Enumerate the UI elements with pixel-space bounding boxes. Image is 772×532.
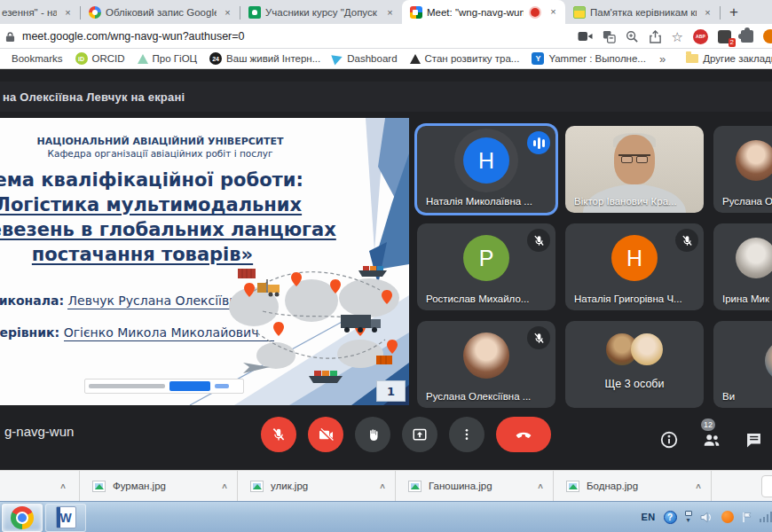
badge-24-icon: 24 <box>209 52 222 65</box>
participant-tile-you[interactable]: Ви <box>713 321 772 408</box>
meeting-info-controls: 12 <box>659 430 763 450</box>
address-bar: meet.google.com/wng-navg-wun?authuser=0 … <box>0 24 772 49</box>
slide-title-line: Тема кваліфікаційної роботи: <box>0 169 335 191</box>
chevron-up-icon[interactable]: ∧ <box>537 481 544 490</box>
participant-name: Руслана О <box>722 196 772 207</box>
bookmark-orcid[interactable]: iD ORCID <box>69 52 131 65</box>
participant-tile-rostyslav[interactable]: Р Ростислав Михайло... <box>417 223 555 310</box>
bookmark-internet[interactable]: 24 Ваш живий Інтерн... <box>203 52 327 65</box>
bookmark-label: Ваш живий Інтерн... <box>226 53 320 64</box>
hidden-icons-button[interactable]: ▾ <box>685 511 692 523</box>
network-signal-icon[interactable] <box>760 512 772 522</box>
bookmark-giots[interactable]: Про ГіОЦ <box>131 53 204 64</box>
chevron-up-icon[interactable]: ∧ <box>221 481 228 490</box>
tab-close-icon[interactable]: × <box>383 6 397 20</box>
new-tab-button[interactable]: + <box>721 1 747 24</box>
bookmark-bookmarks[interactable]: Bookmarks <box>5 53 69 64</box>
chevron-up-icon[interactable]: ∧ <box>59 481 67 490</box>
antivirus-icon[interactable] <box>721 511 734 523</box>
notification-link-stub[interactable] <box>215 384 229 388</box>
translate-icon[interactable] <box>603 30 616 43</box>
participant-name: Наталія Миколаївна ... <box>426 196 532 207</box>
bookmark-dashboard[interactable]: Dashboard <box>327 53 403 64</box>
download-item[interactable]: улик.jpg ∧ <box>238 471 396 501</box>
participant-tile-ruslana[interactable]: Руслана Олексіївна ... <box>417 321 555 408</box>
bookmarks-overflow-chevron[interactable]: » <box>652 52 673 66</box>
bookmark-label: Bookmarks <box>12 53 63 64</box>
participant-grid: Н Наталія Миколаївна ... Віктор Іванович… <box>417 126 772 419</box>
participant-tile-viktor[interactable]: Віктор Іванович Кра... <box>565 126 704 213</box>
flag-icon[interactable] <box>742 512 752 523</box>
notification-allow-button[interactable] <box>169 381 210 391</box>
triangle-icon <box>138 54 148 64</box>
tab-close-icon[interactable]: × <box>61 6 75 20</box>
mic-off-button[interactable] <box>261 417 296 452</box>
taskbar-chrome-button[interactable] <box>2 504 43 532</box>
bookmark-stan[interactable]: Стан розвитку тра... <box>404 53 526 64</box>
avatar-photo <box>631 333 663 365</box>
tab-close-icon[interactable]: × <box>547 5 560 19</box>
url-text[interactable]: meet.google.com/wng-navg-wun?authuser=0 <box>22 30 245 43</box>
download-item[interactable]: Ганошина.jpg ∧ <box>396 471 554 501</box>
share-icon[interactable] <box>649 30 662 43</box>
participant-name: Ви <box>722 391 735 402</box>
bookmark-label: Другие закладки <box>703 53 772 64</box>
bookmark-star-icon[interactable]: ☆ <box>672 30 683 43</box>
bookmark-yammer[interactable]: Y Yammer : Выполне... <box>525 52 652 65</box>
participants-button[interactable]: 12 <box>701 430 722 450</box>
shared-presentation-slide[interactable]: НАЦІОНАЛЬНИЙ АВІАЦІЙНИЙ УНІВЕРСИТЕТ Кафе… <box>0 118 409 405</box>
bookmark-label: Yammer : Выполне... <box>548 53 646 64</box>
end-call-button[interactable] <box>496 417 551 452</box>
other-bookmarks-button[interactable]: Другие закладки <box>680 53 772 64</box>
tab-close-icon[interactable]: × <box>701 6 714 20</box>
call-controls <box>261 417 551 452</box>
participant-tile-natalia-g[interactable]: Н Наталія Григорівна Ч... <box>565 223 704 310</box>
taskbar-word-button[interactable]: W <box>45 504 86 532</box>
camera-permission-icon[interactable] <box>578 31 593 42</box>
participant-tile-natalia-m[interactable]: Н Наталія Миколаївна ... <box>417 126 555 213</box>
browser-tab-5[interactable]: Пам'ятка керівникам кваліфіка × <box>565 1 720 24</box>
classroom-favicon <box>248 6 261 19</box>
tab-close-icon[interactable]: × <box>221 6 234 20</box>
browser-tab-meet-active[interactable]: Meet: "wng-navg-wun" × <box>402 0 565 24</box>
notification-bar[interactable] <box>84 379 244 394</box>
browser-tab-3[interactable]: Учасники курсу "Допуск до за × <box>240 1 402 24</box>
downloads-bar: ∧ Фурман.jpg ∧ улик.jpg ∧ Ганошина.jpg ∧… <box>0 470 772 501</box>
lock-icon[interactable] <box>5 31 15 43</box>
chevron-up-icon[interactable]: ∧ <box>379 481 386 490</box>
extensions-puzzle-icon[interactable] <box>741 30 753 43</box>
download-filename[interactable]: улик.jpg <box>271 481 372 491</box>
present-screen-button[interactable] <box>402 417 437 452</box>
language-indicator[interactable]: EN <box>642 512 656 522</box>
download-filename[interactable]: Ганошина.jpg <box>429 481 530 491</box>
download-filename[interactable]: Фурман.jpg <box>113 481 214 491</box>
avatar-photo <box>736 140 772 181</box>
browser-tab-2[interactable]: Обліковий запис Google × <box>81 1 240 24</box>
download-item[interactable]: Фурман.jpg ∧ <box>80 471 238 501</box>
participant-tile-iryna[interactable]: Ірина Мик <box>713 223 772 310</box>
show-all-downloads-button[interactable] <box>761 475 772 497</box>
extension-with-badge-icon[interactable]: 2 <box>718 30 731 43</box>
tab-title: Meet: "wng-navg-wun" <box>427 7 524 18</box>
download-item-cut[interactable]: ∧ <box>0 471 80 501</box>
participant-tile-more-people[interactable]: Ще 3 особи <box>565 321 704 408</box>
camera-off-button[interactable] <box>308 417 343 452</box>
participant-name: Віктор Іванович Кра... <box>574 196 677 207</box>
profile-avatar[interactable] <box>763 29 772 43</box>
browser-tab-1[interactable]: езення" - навча × <box>0 1 80 24</box>
chat-button[interactable] <box>744 431 763 450</box>
mic-off-icon <box>675 229 698 252</box>
download-item[interactable]: Боднар.jpg ∧ <box>554 471 712 501</box>
volume-icon[interactable] <box>700 512 713 523</box>
help-icon[interactable]: ? <box>664 511 677 524</box>
meeting-details-button[interactable] <box>659 430 679 450</box>
meeting-code: g-navg-wun <box>4 424 74 439</box>
chevron-up-icon[interactable]: ∧ <box>695 481 702 490</box>
raise-hand-button[interactable] <box>355 417 390 452</box>
slide-university-line: НАЦІОНАЛЬНИЙ АВІАЦІЙНИЙ УНІВЕРСИТЕТ <box>0 136 352 147</box>
more-options-button[interactable] <box>449 417 484 452</box>
participant-tile-ruslana-o[interactable]: Руслана О <box>713 126 772 213</box>
zoom-icon[interactable] <box>626 30 639 43</box>
adblock-extension-icon[interactable]: ABP <box>693 29 708 44</box>
download-filename[interactable]: Боднар.jpg <box>587 481 688 491</box>
